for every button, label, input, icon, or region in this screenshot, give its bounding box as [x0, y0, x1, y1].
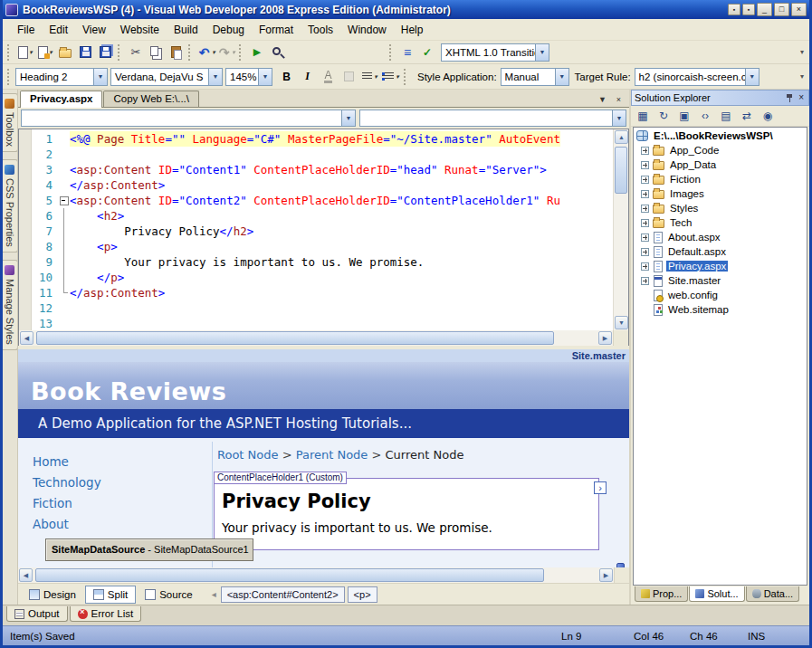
title-bar[interactable]: BookReviewsWSP (4) - Visual Web Develope… [3, 0, 809, 19]
content-placeholder-region[interactable]: ContentPlaceHolder1 (Custom) Privacy Pol… [214, 478, 599, 550]
code-line-9[interactable]: 9 Your privacy is important to us. We pr… [32, 254, 613, 270]
expander-plus-icon[interactable] [641, 161, 649, 169]
output-tab[interactable]: Output [6, 606, 68, 622]
design-heading[interactable]: Privacy Policy [222, 491, 598, 512]
browse-button[interactable] [267, 43, 287, 62]
master-page-badge[interactable]: Site.master [572, 350, 626, 361]
solution-explorer-header[interactable]: Solution Explorer × [631, 90, 809, 106]
copy-web-site-button[interactable]: ⇄ [737, 107, 757, 125]
menu-item-edit[interactable]: Edit [42, 21, 75, 39]
view-designer-button[interactable]: ▤ [716, 107, 736, 125]
chevron-down-icon[interactable]: ▼ [745, 69, 759, 85]
doctype-combobox[interactable]: XHTML 1.0 Transitional ( ▼ [441, 43, 549, 62]
chevron-down-icon[interactable]: ▼ [341, 110, 355, 126]
side-tab-css-properties[interactable]: CSS Properties [3, 159, 18, 253]
menu-item-help[interactable]: Help [394, 21, 431, 39]
menu-item-debug[interactable]: Debug [205, 21, 252, 39]
editor-tab-copy-web-e[interactable]: Copy Web E:\...\ [103, 91, 199, 107]
panel-tab-data[interactable]: Data... [746, 586, 799, 602]
pin-icon[interactable] [786, 93, 793, 103]
toolbar-overflow-icon[interactable]: ▾ [797, 48, 807, 56]
tree-item-tech[interactable]: Tech [634, 215, 807, 230]
target-rule-combobox[interactable]: h2 (sinorcaish-screen.cs ▼ [635, 68, 759, 86]
design-nav-about[interactable]: About [33, 517, 101, 531]
source-view-button[interactable]: Source [137, 586, 200, 604]
close-button[interactable]: × [791, 3, 807, 16]
chevron-down-icon[interactable]: ▼ [535, 44, 549, 61]
check-accessibility-button[interactable] [417, 43, 437, 62]
expander-plus-icon[interactable] [641, 277, 649, 285]
side-tab-manage-styles[interactable]: Manage Styles [3, 260, 18, 350]
menu-item-file[interactable]: File [10, 21, 42, 39]
collapse-region-icon[interactable] [59, 193, 70, 208]
code-line-8[interactable]: 8 <p> [32, 239, 613, 254]
tree-item-web-sitemap[interactable]: Web.sitemap [634, 302, 807, 317]
object-dropdown[interactable]: ▼ [21, 110, 356, 127]
scrollbar-thumb[interactable] [615, 147, 627, 194]
code-line-13[interactable]: 13 [32, 316, 613, 330]
scrollbar-track[interactable] [33, 567, 598, 583]
chevron-down-icon[interactable]: ▼ [258, 69, 272, 85]
expander-plus-icon[interactable] [641, 190, 649, 198]
editor-tab-privacy-aspx[interactable]: Privacy.aspx [20, 91, 102, 108]
menu-item-window[interactable]: Window [340, 21, 394, 39]
aspnet-configuration-button[interactable]: ◉ [758, 107, 778, 125]
scroll-left-icon[interactable]: ◀ [20, 331, 33, 345]
scroll-left-icon[interactable]: ◀ [19, 568, 33, 582]
expander-plus-icon[interactable] [641, 219, 649, 227]
window-extra-button-2[interactable]: ▪ [742, 4, 755, 15]
paste-button[interactable] [166, 43, 186, 62]
font-size-combobox[interactable]: 145% ▼ [225, 68, 272, 86]
scroll-right-icon[interactable]: ▶ [598, 331, 612, 345]
scrollbar-track[interactable] [614, 145, 628, 315]
chevron-down-icon[interactable]: ▼ [555, 69, 568, 85]
tree-item-images[interactable]: Images [634, 186, 807, 201]
tree-item-privacy-aspx[interactable]: Privacy.aspx [634, 259, 807, 273]
format-document-button[interactable] [397, 43, 417, 62]
chevron-down-icon[interactable]: ▼ [208, 69, 222, 85]
expander-plus-icon[interactable] [641, 205, 649, 213]
panel-tab-solut[interactable]: Solut... [689, 586, 744, 602]
minimize-button[interactable]: _ [757, 3, 772, 16]
code-line-5[interactable]: 5<asp:Content ID="Content2" ContentPlace… [32, 193, 613, 208]
save-button[interactable] [75, 43, 95, 62]
tab-list-dropdown-icon[interactable]: ▼ [596, 95, 609, 104]
design-nav-home[interactable]: Home [33, 454, 101, 469]
breadcrumb-root-node[interactable]: Root Node [217, 448, 279, 462]
tree-item-site-master[interactable]: Site.master [634, 273, 807, 288]
nest-related-files-button[interactable]: ▣ [674, 107, 694, 125]
design-scrollbar-thumb[interactable] [616, 563, 625, 567]
chevron-down-icon[interactable]: ▼ [93, 69, 107, 85]
start-debugging-button[interactable] [247, 43, 267, 62]
design-view[interactable]: Book Reviews A Demo Application for the … [18, 362, 629, 567]
menu-item-tools[interactable]: Tools [301, 21, 340, 39]
design-paragraph[interactable]: Your privacy is important to us. We prom… [222, 520, 598, 535]
close-document-icon[interactable]: × [612, 95, 626, 104]
tree-item-default-aspx[interactable]: Default.aspx [634, 244, 807, 259]
window-extra-button-1[interactable]: ▪ [728, 4, 740, 15]
tag-navigator-back-icon[interactable]: ◂ [209, 589, 219, 599]
menu-item-website[interactable]: Website [113, 21, 167, 39]
tree-item-app-data[interactable]: App_Data [634, 157, 807, 172]
code-line-10[interactable]: 10 </p> [32, 270, 613, 285]
code-line-7[interactable]: 7 Privacy Policy</h2> [32, 224, 613, 239]
list-button[interactable]: ▾ [380, 67, 401, 87]
undo-button[interactable]: ▾ [196, 43, 216, 62]
smart-tag-button[interactable]: › [594, 481, 607, 494]
open-file-button[interactable] [55, 43, 75, 62]
code-line-4[interactable]: 4</asp:Content> [32, 177, 613, 193]
code-line-2[interactable]: 2 [32, 147, 613, 162]
maximize-button[interactable]: □ [774, 3, 789, 16]
tag-navigator-item-1[interactable]: <asp:Content#Content2> [221, 586, 345, 603]
editor-horizontal-scrollbar[interactable]: ◀ ▶ [19, 330, 613, 346]
code-view[interactable]: 1<%@ Page Title="" Language="C#" MasterP… [32, 129, 613, 330]
scroll-down-icon[interactable]: ▼ [615, 316, 628, 329]
tag-navigator-item-2[interactable]: <p> [348, 586, 377, 603]
editor-vertical-scrollbar[interactable]: ▲ ▼ [613, 129, 628, 330]
code-line-11[interactable]: 11</asp:Content> [32, 285, 613, 300]
design-view-button[interactable]: Design [21, 586, 84, 604]
split-view-button[interactable]: Split [85, 586, 136, 604]
tree-item-fiction[interactable]: Fiction [634, 172, 807, 186]
design-nav-fiction[interactable]: Fiction [33, 496, 101, 510]
tree-item-root[interactable]: E:\...\BookReviewsWSP\ [634, 129, 807, 143]
